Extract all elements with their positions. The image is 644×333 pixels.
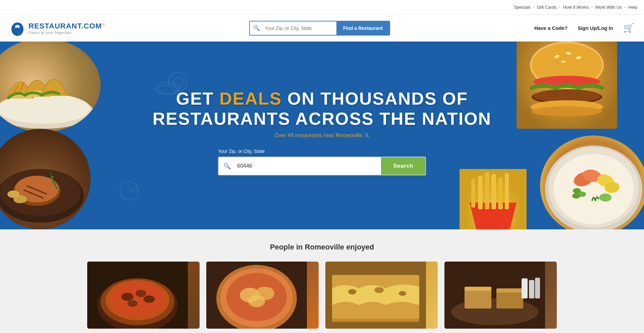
header-search-icon: 🔍 <box>250 25 263 31</box>
svg-point-53 <box>121 293 133 301</box>
svg-point-68 <box>374 287 384 293</box>
hero-section: Get Deals on Thousands of Restaurants Ac… <box>0 42 644 229</box>
svg-point-69 <box>399 291 406 296</box>
people-section-title: People in Romeoville enjoyed <box>10 243 634 252</box>
svg-point-35 <box>553 154 634 224</box>
people-card-1[interactable] <box>87 262 200 329</box>
nav-work-with-us[interactable]: Work With Us <box>595 5 622 10</box>
people-card-2[interactable] <box>206 262 319 329</box>
logo-icon <box>10 20 25 37</box>
svg-rect-74 <box>496 290 523 309</box>
svg-point-26 <box>532 106 602 116</box>
hero-search-icon: 🔍 <box>219 162 235 170</box>
dot-separator-4: • <box>625 6 626 9</box>
pie-sketch <box>117 179 141 203</box>
hero-search-bar: 🔍 Search <box>218 157 426 175</box>
hero-search-button[interactable]: Search <box>381 157 425 175</box>
steak-image <box>0 129 91 229</box>
header-search-bar: 🔍 Find a Restaurant <box>249 21 390 36</box>
people-section: People in Romeoville enjoyed <box>0 229 644 333</box>
nav-how-it-works[interactable]: How It Works <box>563 5 589 10</box>
have-code-link[interactable]: Have a Code? <box>534 25 568 31</box>
hero-deals: Deals <box>219 89 282 108</box>
svg-point-63 <box>248 295 265 307</box>
top-nav: Specials • Gift Cards • How It Works • W… <box>0 0 644 15</box>
hero-content: Get Deals on Thousands of Restaurants Ac… <box>153 69 491 202</box>
hero-search-label: Your Zip, or City, State <box>218 149 426 154</box>
svg-point-15 <box>7 190 19 198</box>
chili-sketch <box>543 62 560 89</box>
people-grid <box>87 262 557 329</box>
svg-point-55 <box>144 295 155 303</box>
people-card-3[interactable] <box>325 262 438 329</box>
svg-rect-29 <box>491 174 496 209</box>
trademark: ® <box>102 22 105 26</box>
svg-rect-75 <box>496 288 523 292</box>
svg-point-43 <box>599 193 611 202</box>
svg-point-71 <box>451 298 538 325</box>
svg-point-0 <box>11 22 23 36</box>
svg-point-52 <box>111 282 164 315</box>
svg-rect-31 <box>505 173 509 209</box>
svg-point-56 <box>127 300 138 307</box>
hero-title: Get Deals on Thousands of Restaurants Ac… <box>153 89 491 129</box>
hero-title-pre: Get <box>176 89 219 108</box>
svg-point-42 <box>572 193 580 199</box>
svg-point-67 <box>348 289 356 294</box>
header-find-restaurant-button[interactable]: Find a Restaurant <box>336 21 389 35</box>
hero-search-input[interactable] <box>235 158 381 174</box>
taco-image <box>0 42 101 132</box>
cart-icon[interactable]: 🛒 <box>623 23 634 33</box>
burger-image <box>517 42 617 129</box>
logo-tagline: Flavor at your fingertips <box>29 31 105 35</box>
hero-title-line2: Restaurants Across the Nation <box>153 109 491 128</box>
people-card-4[interactable] <box>444 262 557 329</box>
hero-subtitle: Over 48 restaurants near Romeoville, IL <box>153 132 491 138</box>
nav-gift-cards[interactable]: Gift Cards <box>537 5 557 10</box>
header-search-input[interactable] <box>263 22 336 34</box>
poke-bowl-image <box>540 135 644 229</box>
dot-separator-2: • <box>559 6 560 9</box>
dot-separator-1: • <box>533 6 534 9</box>
svg-rect-78 <box>535 278 540 298</box>
logo-area[interactable]: RESTAURANT.COM® Flavor at your fingertip… <box>10 20 105 37</box>
dot-separator-3: • <box>592 6 593 9</box>
hero-title-post: on Thousands of <box>282 89 468 108</box>
svg-rect-77 <box>529 280 534 298</box>
svg-rect-73 <box>465 287 491 291</box>
nav-help[interactable]: Help <box>628 5 637 10</box>
logo-name: RESTAURANT.COM® <box>29 22 105 31</box>
main-header: RESTAURANT.COM® Flavor at your fingertip… <box>0 15 644 42</box>
svg-rect-72 <box>465 288 491 309</box>
svg-rect-76 <box>522 278 528 298</box>
svg-rect-30 <box>498 177 503 209</box>
logo-text-block: RESTAURANT.COM® Flavor at your fingertip… <box>29 22 105 35</box>
nav-specials[interactable]: Specials <box>514 5 531 10</box>
sign-up-link[interactable]: Sign Up/Log In <box>578 25 613 31</box>
header-right: Have a Code? Sign Up/Log In 🛒 <box>534 23 634 33</box>
svg-point-21 <box>561 61 566 63</box>
svg-point-54 <box>136 290 146 297</box>
top-nav-right: Specials • Gift Cards • How It Works • W… <box>514 5 637 10</box>
